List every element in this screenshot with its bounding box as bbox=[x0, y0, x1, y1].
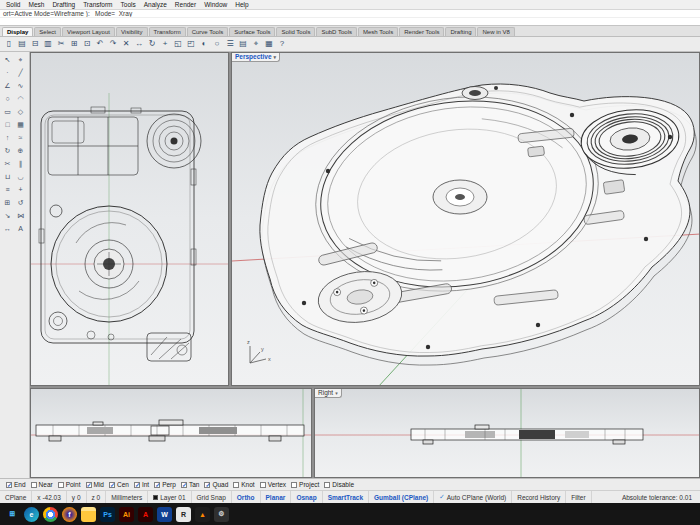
tab-new-in-v8[interactable]: New in V8 bbox=[477, 27, 514, 36]
help-icon[interactable]: ? bbox=[276, 38, 288, 50]
trim-icon[interactable]: ✂ bbox=[2, 158, 14, 170]
paste-icon[interactable]: ⊡ bbox=[81, 38, 93, 50]
checkbox-int[interactable]: ✓ bbox=[134, 482, 140, 488]
menu-help[interactable]: Help bbox=[231, 0, 252, 10]
x-coordinate[interactable]: x -42.03 bbox=[32, 491, 67, 503]
osnap-tan[interactable]: ✓Tan bbox=[181, 481, 199, 488]
menu-tools[interactable]: Tools bbox=[117, 0, 140, 10]
checkbox-cen[interactable]: ✓ bbox=[109, 482, 115, 488]
osnap-quad[interactable]: ✓Quad bbox=[204, 481, 228, 488]
text-tool-icon[interactable]: A bbox=[15, 223, 27, 235]
menu-drafting[interactable]: Drafting bbox=[48, 0, 79, 10]
menu-analyze[interactable]: Analyze bbox=[140, 0, 171, 10]
viewport-menu-arrow-icon[interactable]: ▾ bbox=[335, 389, 338, 397]
file-explorer-icon[interactable] bbox=[81, 507, 96, 522]
open-file-icon[interactable]: ▤ bbox=[16, 38, 28, 50]
pan-view-icon[interactable]: + bbox=[159, 38, 171, 50]
osnap-near[interactable]: Near bbox=[31, 481, 53, 488]
grid-toggle-icon[interactable]: ▦ bbox=[263, 38, 275, 50]
osnap-perp[interactable]: ✓Perp bbox=[154, 481, 176, 488]
move-tool-icon[interactable]: + bbox=[15, 184, 27, 196]
osnap-int[interactable]: ✓Int bbox=[134, 481, 149, 488]
save-file-icon[interactable]: ⊟ bbox=[29, 38, 41, 50]
settings-icon[interactable]: ⚙ bbox=[214, 507, 229, 522]
arc-icon[interactable]: ◠ bbox=[15, 93, 27, 105]
viewport-label-right[interactable]: Right ▾ bbox=[315, 389, 342, 398]
osnap-disable[interactable]: Disable bbox=[324, 481, 354, 488]
checkbox-point[interactable] bbox=[58, 482, 64, 488]
tab-transform[interactable]: Transform bbox=[149, 27, 186, 36]
delete-icon[interactable]: ✕ bbox=[120, 38, 132, 50]
polyline-icon[interactable]: ∠ bbox=[2, 80, 14, 92]
copy-tool-icon[interactable]: ⊞ bbox=[2, 197, 14, 209]
viewport-right[interactable]: Right ▾ bbox=[314, 388, 700, 478]
mirror-tool-icon[interactable]: ⋈ bbox=[15, 210, 27, 222]
tab-drafting[interactable]: Drafting bbox=[445, 27, 476, 36]
zoom-window-icon[interactable]: ◱ bbox=[172, 38, 184, 50]
osnap-cen[interactable]: ✓Cen bbox=[109, 481, 129, 488]
rotate-view-icon[interactable]: ↻ bbox=[146, 38, 158, 50]
new-file-icon[interactable]: ▯ bbox=[3, 38, 15, 50]
line-icon[interactable]: ╱ bbox=[15, 67, 27, 79]
chrome-icon[interactable] bbox=[43, 507, 58, 522]
viewport-menu-arrow-icon[interactable]: ▾ bbox=[274, 53, 277, 61]
checkbox-knot[interactable] bbox=[233, 482, 239, 488]
cut-icon[interactable]: ✂ bbox=[55, 38, 67, 50]
join-icon[interactable]: ⊔ bbox=[2, 171, 14, 183]
offset-icon[interactable]: ≡ bbox=[2, 184, 14, 196]
viewport-label-perspective[interactable]: Perspective ▾ bbox=[232, 53, 280, 62]
osnap-end[interactable]: ✓End bbox=[6, 481, 26, 488]
redo-icon[interactable]: ↷ bbox=[107, 38, 119, 50]
tab-mesh-tools[interactable]: Mesh Tools bbox=[358, 27, 398, 36]
photoshop-icon[interactable]: Ps bbox=[100, 507, 115, 522]
control-points-icon[interactable]: ⌖ bbox=[15, 54, 27, 66]
shaded-display-icon[interactable]: ◐ bbox=[198, 38, 210, 50]
checkbox-near[interactable] bbox=[31, 482, 37, 488]
select-icon[interactable]: ↖ bbox=[2, 54, 14, 66]
checkbox-tan[interactable]: ✓ bbox=[181, 482, 187, 488]
tab-viewport-layout[interactable]: Viewport Layout bbox=[62, 27, 115, 36]
filter-toggle[interactable]: Filter bbox=[566, 491, 591, 503]
tab-curve-tools[interactable]: Curve Tools bbox=[187, 27, 229, 36]
menu-window[interactable]: Window bbox=[200, 0, 231, 10]
acrobat-icon[interactable]: A bbox=[138, 507, 153, 522]
vlc-icon[interactable]: ▲ bbox=[195, 507, 210, 522]
menu-solid[interactable]: Solid bbox=[2, 0, 24, 10]
firefox-icon[interactable]: f bbox=[62, 507, 77, 522]
wireframe-display-icon[interactable]: ○ bbox=[211, 38, 223, 50]
fillet-icon[interactable]: ◡ bbox=[15, 171, 27, 183]
zoom-extents-icon[interactable]: ◰ bbox=[185, 38, 197, 50]
word-icon[interactable]: W bbox=[157, 507, 172, 522]
start-button[interactable]: ⊞ bbox=[5, 507, 20, 522]
checkbox-disable[interactable] bbox=[324, 482, 330, 488]
move-icon[interactable]: ↔ bbox=[133, 38, 145, 50]
rectangle-icon[interactable]: ▭ bbox=[2, 106, 14, 118]
checkbox-perp[interactable]: ✓ bbox=[154, 482, 160, 488]
checkbox-vertex[interactable] bbox=[260, 482, 266, 488]
smarttrack-toggle[interactable]: SmartTrack bbox=[323, 491, 369, 503]
tab-render-tools[interactable]: Render Tools bbox=[399, 27, 444, 36]
tab-surface-tools[interactable]: Surface Tools bbox=[229, 27, 275, 36]
osnap-point[interactable]: Point bbox=[58, 481, 81, 488]
checkbox-mid[interactable]: ✓ bbox=[86, 482, 92, 488]
circle-icon[interactable]: ○ bbox=[2, 93, 14, 105]
copy-icon[interactable]: ⊞ bbox=[68, 38, 80, 50]
cplane-selector[interactable]: CPlane bbox=[0, 491, 32, 503]
tab-display[interactable]: Display bbox=[2, 27, 33, 36]
record-history-toggle[interactable]: Record History bbox=[512, 491, 566, 503]
viewport-perspective[interactable]: Perspective ▾ bbox=[231, 52, 700, 386]
menu-transform[interactable]: Transform bbox=[79, 0, 116, 10]
planar-toggle[interactable]: Planar bbox=[261, 491, 292, 503]
tab-select[interactable]: Select bbox=[34, 27, 61, 36]
undo-icon[interactable]: ↶ bbox=[94, 38, 106, 50]
gumball-toggle[interactable]: Gumball (CPlane) bbox=[369, 491, 434, 503]
curve-icon[interactable]: ∿ bbox=[15, 80, 27, 92]
viewport-top[interactable] bbox=[30, 52, 229, 386]
revolve-icon[interactable]: ↻ bbox=[2, 145, 14, 157]
scale-tool-icon[interactable]: ↘ bbox=[2, 210, 14, 222]
osnap-knot[interactable]: Knot bbox=[233, 481, 254, 488]
y-coordinate[interactable]: y 0 bbox=[67, 491, 87, 503]
tab-subd-tools[interactable]: SubD Tools bbox=[316, 27, 357, 36]
surface-icon[interactable]: ▦ bbox=[15, 119, 27, 131]
illustrator-icon[interactable]: Ai bbox=[119, 507, 134, 522]
